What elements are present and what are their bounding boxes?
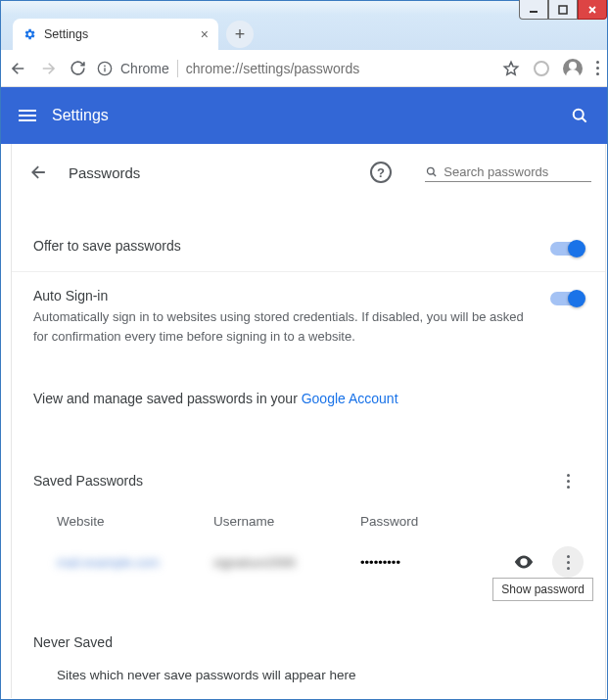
never-saved-title: Never Saved (33, 634, 113, 650)
saved-passwords-header: Saved Passwords (12, 422, 605, 504)
password-masked: ••••••••• (360, 555, 478, 570)
separator (177, 60, 178, 77)
svg-point-6 (427, 167, 434, 174)
col-password: Password (360, 514, 478, 529)
never-saved-msg: Sites which never save passwords will ap… (12, 658, 605, 694)
reload-button[interactable] (68, 59, 87, 78)
browser-menu-button[interactable] (596, 61, 599, 75)
scroll-region[interactable]: Passwords ? Offer to save passwords Auto… (11, 144, 606, 698)
auto-signin-desc: Automatically sign in to websites using … (33, 307, 537, 346)
row-menu-button[interactable] (552, 546, 584, 578)
offer-save-toggle[interactable] (550, 242, 584, 256)
extension-icon[interactable] (534, 61, 549, 76)
titlebar (1, 1, 607, 15)
help-icon[interactable]: ? (370, 162, 392, 183)
profile-avatar[interactable] (563, 59, 583, 78)
forward-button[interactable] (38, 59, 58, 78)
auto-signin-toggle[interactable] (550, 292, 584, 305)
search-passwords-field[interactable] (425, 163, 591, 182)
manage-link-row: View and manage saved passwords in your … (12, 361, 605, 422)
saved-password-row: mail.example.com signalsun2000 •••••••••… (12, 538, 605, 585)
close-tab-icon[interactable]: × (201, 26, 209, 42)
search-icon (425, 164, 438, 179)
svg-rect-1 (559, 6, 567, 14)
settings-title: Settings (52, 107, 109, 124)
address-bar[interactable]: Chrome chrome://settings/passwords (97, 60, 492, 77)
col-username: Username (213, 514, 360, 529)
saved-section-menu[interactable] (552, 465, 584, 496)
site-value[interactable]: mail.example.com (57, 555, 213, 570)
auto-signin-row: Auto Sign-in Automatically sign in to we… (12, 271, 605, 361)
manage-prefix: View and manage saved passwords in your (33, 391, 302, 406)
url-scheme: Chrome (120, 61, 169, 76)
show-password-tooltip: Show password (492, 578, 593, 601)
menu-icon[interactable] (19, 110, 36, 121)
eye-icon[interactable] (513, 551, 535, 573)
star-icon[interactable] (502, 60, 520, 77)
svg-point-3 (104, 65, 106, 67)
col-website: Website (57, 514, 213, 529)
offer-save-row: Offer to save passwords (12, 201, 605, 271)
new-tab-button[interactable]: + (226, 21, 254, 48)
toolbar-right (502, 59, 599, 78)
tab-settings[interactable]: Settings × (13, 19, 218, 50)
tab-title: Settings (44, 27, 88, 41)
maximize-button[interactable] (548, 0, 578, 20)
svg-rect-0 (530, 11, 538, 13)
search-passwords-input[interactable] (444, 164, 591, 179)
close-window-button[interactable] (578, 0, 607, 20)
gear-icon (23, 27, 36, 41)
page-title: Passwords (69, 164, 140, 181)
window-controls (519, 0, 607, 20)
settings-header: Settings (1, 87, 607, 144)
search-icon[interactable] (570, 106, 589, 125)
saved-table-header: Website Username Password (12, 504, 605, 538)
browser-window: Settings × + Chrome chrome://settings/pa… (0, 0, 608, 700)
back-button[interactable] (9, 59, 28, 78)
offer-save-label: Offer to save passwords (33, 238, 537, 254)
svg-rect-4 (104, 68, 105, 71)
content-area: Passwords ? Offer to save passwords Auto… (11, 144, 606, 698)
username-value: signalsun2000 (213, 555, 360, 570)
svg-point-5 (574, 110, 584, 119)
url-path: chrome://settings/passwords (186, 61, 359, 76)
back-arrow-icon[interactable] (29, 163, 49, 182)
toolbar: Chrome chrome://settings/passwords (1, 50, 607, 87)
svg-point-7 (522, 560, 526, 564)
saved-passwords-title: Saved Passwords (33, 473, 143, 489)
tab-strip: Settings × + (1, 15, 607, 50)
page-header-row: Passwords ? (12, 144, 605, 201)
minimize-button[interactable] (519, 0, 548, 20)
info-icon (97, 61, 113, 76)
auto-signin-title: Auto Sign-in (33, 288, 537, 303)
google-account-link[interactable]: Google Account (302, 391, 398, 406)
passwords-card: Passwords ? Offer to save passwords Auto… (11, 144, 606, 698)
